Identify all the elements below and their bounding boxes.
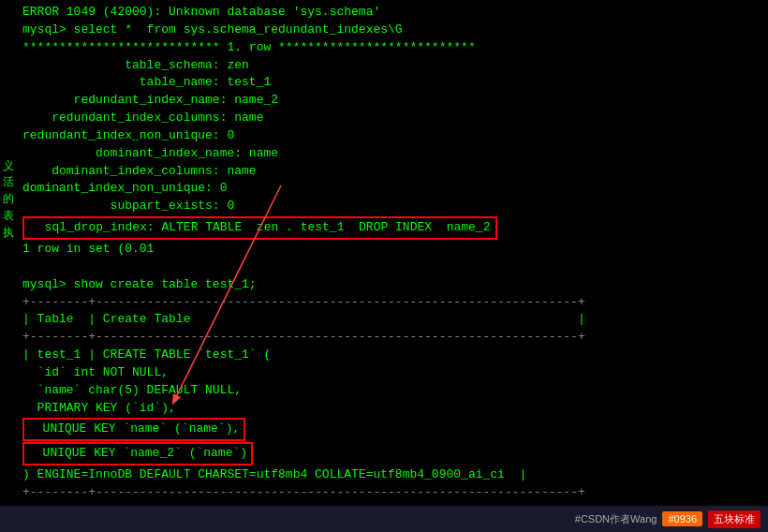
- bottom-tag2: 五块标准: [708, 510, 761, 528]
- line-table-name: table_name: test_1: [22, 74, 762, 92]
- line-id-col: `id` int NOT NULL,: [22, 364, 762, 382]
- line-redundant-index-name: redundant_index_name: name_2: [22, 92, 762, 110]
- line-sep2: +--------+------------------------------…: [22, 329, 762, 347]
- line-primary-key: PRIMARY KEY (`id`),: [22, 400, 762, 418]
- bottom-text: #CSDN作者Wang: [575, 512, 657, 526]
- line-name-col: `name` char(5) DEFAULT NULL,: [22, 382, 762, 400]
- line-dominant-index-cols: dominant_index_columns: name: [22, 163, 762, 181]
- line-dominant-index-name: dominant_index_name: name: [22, 145, 762, 163]
- line-table-header: | Table | Create Table |: [22, 311, 762, 329]
- line-error: ERROR 1049 (42000): Unknown database 'sy…: [22, 4, 762, 22]
- line-row-count: 1 row in set (0.01: [22, 241, 762, 259]
- line-sql-drop: sql_drop_index: ALTER TABLE zen . test_1…: [22, 216, 762, 240]
- line-show-cmd: mysql> show create table test_1;: [22, 276, 762, 294]
- line-select-cmd: mysql> select * from sys.schema_redundan…: [22, 22, 762, 39]
- bottom-tag1: #0936: [662, 511, 702, 526]
- line-sep3: +--------+------------------------------…: [22, 484, 762, 502]
- terminal: 义 活 的 表 执 ERROR 1049 (42000): Unknown da…: [0, 0, 768, 532]
- line-dominant-non-unique: dominant_index_non_unique: 0: [22, 180, 762, 198]
- line-row-separator: *************************** 1. row *****…: [22, 39, 762, 57]
- line-table-schema: table_schema: zen: [22, 57, 762, 75]
- line-redundant-index-cols: redundant_index_columns: name: [22, 110, 762, 127]
- terminal-content: ERROR 1049 (42000): Unknown database 'sy…: [22, 4, 762, 532]
- line-unique-key2: UNIQUE KEY `name_2` (`name`): [22, 442, 762, 466]
- line-redundant-non-unique: redundant_index_non_unique: 0: [22, 127, 762, 145]
- bottom-bar: #CSDN作者Wang #0936 五块标准: [0, 506, 768, 532]
- line-engine: ) ENGINE=InnoDB DEFAULT CHARSET=utf8mb4 …: [22, 466, 762, 484]
- col-table: Table: [37, 312, 74, 326]
- line-create-table-start: | test_1 | CREATE TABLE `test_1` (: [22, 347, 762, 364]
- line-unique-key1: UNIQUE KEY `name` (`name`),: [22, 418, 762, 441]
- line-empty1: [22, 259, 762, 276]
- line-subpart-exists: subpart_exists: 0: [22, 198, 762, 215]
- line-sep1: +--------+------------------------------…: [22, 294, 762, 312]
